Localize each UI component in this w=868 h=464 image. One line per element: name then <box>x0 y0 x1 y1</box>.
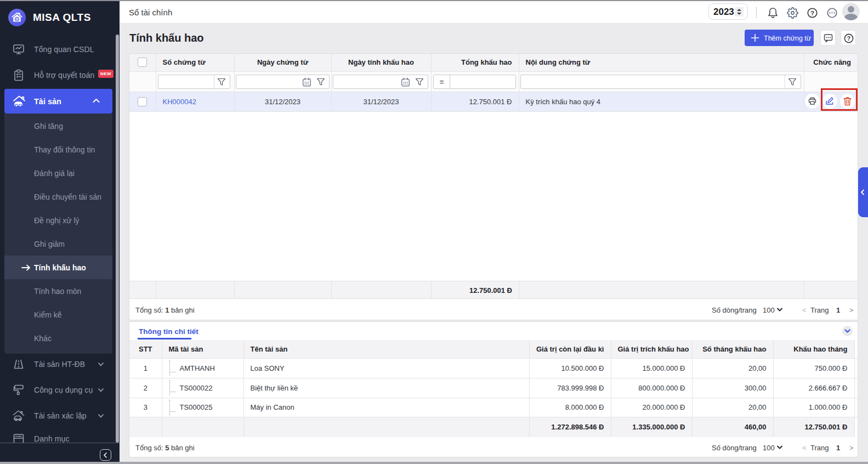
svg-text:?: ? <box>847 36 850 42</box>
svg-text:?: ? <box>810 10 814 16</box>
